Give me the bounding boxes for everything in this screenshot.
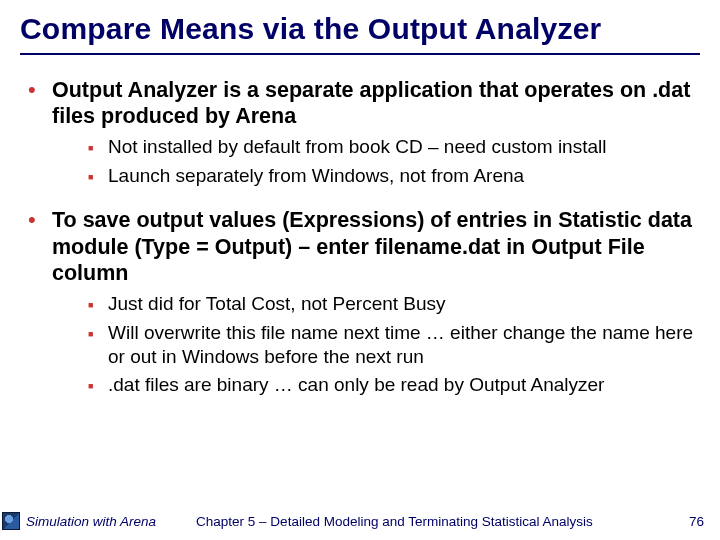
bullet-text: Output Analyzer is a separate applicatio… [52,77,698,129]
bullet-level2: ■ Launch separately from Windows, not fr… [88,164,698,189]
footer-book-title: Simulation with Arena [26,514,156,529]
bullet-text: To save output values (Expressions) of e… [52,207,698,286]
footer-page-number: 76 [689,514,720,529]
subbullet-text: .dat files are binary … can only be read… [108,373,604,398]
bullet-level2: ■ Just did for Total Cost, not Percent B… [88,292,698,317]
subbullet-text: Just did for Total Cost, not Percent Bus… [108,292,446,317]
square-icon: ■ [88,292,108,317]
slide: Compare Means via the Output Analyzer • … [0,0,720,540]
square-icon: ■ [88,373,108,398]
subbullet-text: Not installed by default from book CD – … [108,135,606,160]
footer-chapter: Chapter 5 – Detailed Modeling and Termin… [196,514,689,529]
title-rule [20,53,700,55]
bullet-level1: • Output Analyzer is a separate applicat… [26,77,698,129]
square-icon: ■ [88,135,108,160]
slide-footer: Simulation with Arena Chapter 5 – Detail… [0,510,720,532]
sublist: ■ Just did for Total Cost, not Percent B… [88,292,698,398]
bullet-level2: ■ Not installed by default from book CD … [88,135,698,160]
subbullet-text: Will overwrite this file name next time … [108,321,698,369]
bullet-level1: • To save output values (Expressions) of… [26,207,698,286]
book-logo-icon [2,512,20,530]
square-icon: ■ [88,321,108,369]
dot-icon: • [26,207,52,286]
square-icon: ■ [88,164,108,189]
slide-title: Compare Means via the Output Analyzer [20,12,700,45]
bullet-level2: ■ .dat files are binary … can only be re… [88,373,698,398]
sublist: ■ Not installed by default from book CD … [88,135,698,189]
subbullet-text: Launch separately from Windows, not from… [108,164,524,189]
dot-icon: • [26,77,52,129]
slide-body: • Output Analyzer is a separate applicat… [20,77,700,398]
bullet-level2: ■ Will overwrite this file name next tim… [88,321,698,369]
